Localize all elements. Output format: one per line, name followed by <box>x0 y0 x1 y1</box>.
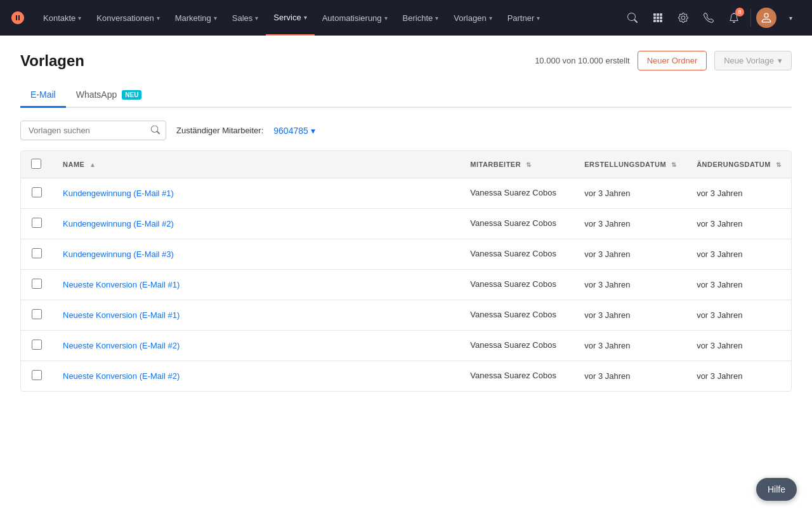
new-folder-button[interactable]: Neuer Ordner <box>638 51 707 70</box>
row-checkbox-cell <box>21 209 53 239</box>
row-erstellung-cell: vor 3 Jahren <box>574 361 686 392</box>
top-navigation: Kontakte ▾ Konversationen ▾ Marketing ▾ … <box>0 0 812 36</box>
chevron-down-icon: ▾ <box>435 15 438 22</box>
row-aenderung-cell: vor 3 Jahren <box>686 300 791 331</box>
page-header: Vorlagen 10.000 von 10.000 erstellt Neue… <box>20 51 792 70</box>
chevron-down-icon: ▾ <box>537 15 540 22</box>
header-actions: 10.000 von 10.000 erstellt Neuer Ordner … <box>535 51 792 70</box>
nav-divider <box>750 9 751 27</box>
th-aenderungsdatum[interactable]: ÄNDERUNGSDATUM ⇅ <box>686 151 791 178</box>
row-erstellung-cell: vor 3 Jahren <box>574 239 686 270</box>
template-link[interactable]: Kundengewinnung (E-Mail #2) <box>63 219 174 228</box>
th-name[interactable]: NAME ▲ <box>53 151 460 178</box>
template-link[interactable]: Neueste Konversion (E-Mail #1) <box>63 280 180 289</box>
row-aenderung-cell: vor 3 Jahren <box>686 178 791 209</box>
chevron-down-icon: ▾ <box>157 15 160 22</box>
avatar[interactable] <box>756 8 776 28</box>
table-row: Neueste Konversion (E-Mail #2) Vanessa S… <box>21 361 791 392</box>
template-link[interactable]: Kundengewinnung (E-Mail #1) <box>63 189 174 198</box>
sort-asc-icon: ▲ <box>89 161 96 168</box>
th-checkbox <box>21 151 53 178</box>
row-name-cell: Neueste Konversion (E-Mail #1) <box>53 300 460 331</box>
row-checkbox[interactable] <box>32 218 42 228</box>
row-checkbox[interactable] <box>32 309 42 319</box>
nav-item-service[interactable]: Service ▾ <box>266 0 314 36</box>
row-mitarbeiter-cell: Vanessa Suarez Cobos <box>460 331 574 361</box>
hubspot-logo[interactable] <box>10 10 25 25</box>
notification-badge: 8 <box>735 8 744 17</box>
row-aenderung-cell: vor 3 Jahren <box>686 239 791 270</box>
row-mitarbeiter-cell: Vanessa Suarez Cobos <box>460 178 574 209</box>
row-checkbox[interactable] <box>32 279 42 289</box>
select-all-checkbox[interactable] <box>31 159 41 169</box>
notifications-button[interactable]: 8 <box>723 6 745 29</box>
th-mitarbeiter[interactable]: MITARBEITER ⇅ <box>460 151 574 178</box>
row-aenderung-cell: vor 3 Jahren <box>686 361 791 392</box>
search-button[interactable] <box>621 6 644 29</box>
account-chevron-icon[interactable]: ▾ <box>779 6 802 29</box>
tab-email[interactable]: E-Mail <box>20 83 66 108</box>
search-icon[interactable] <box>151 125 160 136</box>
row-name-cell: Neueste Konversion (E-Mail #1) <box>53 270 460 300</box>
chevron-down-icon: ▾ <box>384 15 388 22</box>
table-row: Kundengewinnung (E-Mail #1) Vanessa Suar… <box>21 178 791 209</box>
table-row: Neueste Konversion (E-Mail #2) Vanessa S… <box>21 331 791 361</box>
nav-item-automatisierung[interactable]: Automatisierung ▾ <box>315 0 395 36</box>
table-row: Kundengewinnung (E-Mail #2) Vanessa Suar… <box>21 209 791 239</box>
nav-items: Kontakte ▾ Konversationen ▾ Marketing ▾ … <box>36 0 621 36</box>
sort-icon: ⇅ <box>776 161 782 168</box>
search-wrapper <box>20 121 166 140</box>
chevron-down-icon: ▾ <box>778 56 782 65</box>
chevron-down-icon: ▾ <box>78 15 81 22</box>
nav-item-berichte[interactable]: Berichte ▾ <box>395 0 447 36</box>
template-link[interactable]: Neueste Konversion (E-Mail #2) <box>63 371 180 381</box>
template-link[interactable]: Neueste Konversion (E-Mail #1) <box>63 310 180 320</box>
assignee-filter[interactable]: 9604785 ▾ <box>273 126 315 136</box>
templates-table: NAME ▲ MITARBEITER ⇅ ERSTELLUNGSDATUM ⇅ … <box>20 150 792 392</box>
template-link[interactable]: Kundengewinnung (E-Mail #3) <box>63 249 174 259</box>
table-row: Neueste Konversion (E-Mail #1) Vanessa S… <box>21 270 791 300</box>
template-link[interactable]: Neueste Konversion (E-Mail #2) <box>63 341 180 350</box>
row-checkbox-cell <box>21 239 53 270</box>
new-badge: NEU <box>122 90 141 100</box>
nav-item-konversationen[interactable]: Konversationen ▾ <box>89 0 167 36</box>
chevron-down-icon: ▾ <box>255 15 258 22</box>
marketplace-button[interactable] <box>646 6 669 29</box>
row-mitarbeiter-cell: Vanessa Suarez Cobos <box>460 209 574 239</box>
sort-icon: ⇅ <box>671 161 677 168</box>
row-checkbox[interactable] <box>32 187 42 197</box>
row-checkbox-cell <box>21 270 53 300</box>
nav-item-vorlagen[interactable]: Vorlagen ▾ <box>446 0 499 36</box>
settings-button[interactable] <box>672 6 695 29</box>
nav-item-sales[interactable]: Sales ▾ <box>225 0 266 36</box>
row-mitarbeiter-cell: Vanessa Suarez Cobos <box>460 361 574 392</box>
row-mitarbeiter-cell: Vanessa Suarez Cobos <box>460 239 574 270</box>
nav-item-marketing[interactable]: Marketing ▾ <box>167 0 225 36</box>
row-checkbox[interactable] <box>32 340 42 350</box>
chevron-down-icon: ▾ <box>214 15 217 22</box>
search-input[interactable] <box>20 121 166 140</box>
th-erstellungsdatum[interactable]: ERSTELLUNGSDATUM ⇅ <box>574 151 686 178</box>
phone-button[interactable] <box>697 6 720 29</box>
row-name-cell: Kundengewinnung (E-Mail #1) <box>53 178 460 209</box>
row-mitarbeiter-cell: Vanessa Suarez Cobos <box>460 300 574 331</box>
nav-right-icons: 8 ▾ <box>621 6 802 29</box>
row-aenderung-cell: vor 3 Jahren <box>686 270 791 300</box>
nav-item-kontakte[interactable]: Kontakte ▾ <box>36 0 89 36</box>
page-title: Vorlagen <box>20 52 84 70</box>
row-erstellung-cell: vor 3 Jahren <box>574 178 686 209</box>
row-checkbox-cell <box>21 331 53 361</box>
new-template-button[interactable]: Neue Vorlage ▾ <box>714 51 792 70</box>
row-erstellung-cell: vor 3 Jahren <box>574 270 686 300</box>
table-header-row: NAME ▲ MITARBEITER ⇅ ERSTELLUNGSDATUM ⇅ … <box>21 151 791 178</box>
row-checkbox[interactable] <box>32 370 42 380</box>
row-checkbox-cell <box>21 178 53 209</box>
row-checkbox-cell <box>21 361 53 392</box>
nav-item-partner[interactable]: Partner ▾ <box>500 0 548 36</box>
quota-text: 10.000 von 10.000 erstellt <box>535 56 630 65</box>
row-erstellung-cell: vor 3 Jahren <box>574 331 686 361</box>
row-checkbox[interactable] <box>32 248 42 258</box>
tab-whatsapp[interactable]: WhatsApp NEU <box>66 83 152 108</box>
table-row: Neueste Konversion (E-Mail #1) Vanessa S… <box>21 300 791 331</box>
filter-row: Zuständiger Mitarbeiter: 9604785 ▾ <box>20 121 792 140</box>
